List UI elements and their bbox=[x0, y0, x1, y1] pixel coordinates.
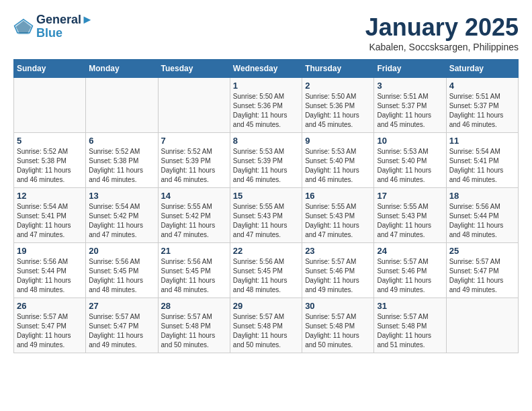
day-number: 18 bbox=[449, 191, 515, 201]
calendar-day-cell: 1Sunrise: 5:50 AM Sunset: 5:36 PM Daylig… bbox=[230, 78, 302, 133]
day-number: 24 bbox=[377, 246, 443, 256]
calendar-table: SundayMondayTuesdayWednesdayThursdayFrid… bbox=[13, 59, 519, 353]
day-of-week-header: Wednesday bbox=[230, 60, 302, 78]
day-number: 11 bbox=[449, 136, 515, 146]
day-info: Sunrise: 5:57 AM Sunset: 5:48 PM Dayligh… bbox=[161, 312, 227, 350]
day-info: Sunrise: 5:57 AM Sunset: 5:48 PM Dayligh… bbox=[377, 312, 443, 350]
day-info: Sunrise: 5:54 AM Sunset: 5:41 PM Dayligh… bbox=[449, 147, 515, 185]
day-number: 22 bbox=[233, 246, 299, 256]
day-info: Sunrise: 5:56 AM Sunset: 5:44 PM Dayligh… bbox=[449, 202, 515, 240]
calendar-day-cell: 19Sunrise: 5:56 AM Sunset: 5:44 PM Dayli… bbox=[14, 243, 86, 298]
logo-icon bbox=[13, 17, 34, 37]
day-info: Sunrise: 5:52 AM Sunset: 5:38 PM Dayligh… bbox=[89, 147, 154, 185]
day-info: Sunrise: 5:54 AM Sunset: 5:41 PM Dayligh… bbox=[17, 202, 83, 240]
calendar-day-cell: 6Sunrise: 5:52 AM Sunset: 5:38 PM Daylig… bbox=[86, 133, 158, 188]
calendar-day-cell bbox=[446, 298, 518, 353]
calendar-day-cell: 9Sunrise: 5:53 AM Sunset: 5:40 PM Daylig… bbox=[302, 133, 374, 188]
day-info: Sunrise: 5:53 AM Sunset: 5:40 PM Dayligh… bbox=[377, 147, 443, 185]
calendar-header-row: SundayMondayTuesdayWednesdayThursdayFrid… bbox=[14, 60, 519, 78]
day-of-week-header: Tuesday bbox=[158, 60, 230, 78]
day-number: 19 bbox=[17, 246, 83, 256]
logo-text: General► Blue bbox=[36, 13, 93, 40]
day-number: 20 bbox=[89, 246, 154, 256]
location-subtitle: Kabalen, Soccsksargen, Philippines bbox=[365, 42, 519, 52]
calendar-day-cell: 2Sunrise: 5:50 AM Sunset: 5:36 PM Daylig… bbox=[302, 78, 374, 133]
calendar-week-row: 26Sunrise: 5:57 AM Sunset: 5:47 PM Dayli… bbox=[14, 298, 519, 353]
day-info: Sunrise: 5:56 AM Sunset: 5:45 PM Dayligh… bbox=[233, 257, 299, 295]
day-info: Sunrise: 5:53 AM Sunset: 5:39 PM Dayligh… bbox=[233, 147, 299, 185]
day-number: 26 bbox=[17, 301, 83, 311]
day-number: 17 bbox=[377, 191, 443, 201]
day-number: 3 bbox=[377, 81, 443, 91]
calendar-day-cell bbox=[86, 78, 158, 133]
calendar-day-cell bbox=[158, 78, 230, 133]
day-number: 31 bbox=[377, 301, 443, 311]
day-info: Sunrise: 5:56 AM Sunset: 5:45 PM Dayligh… bbox=[161, 257, 227, 295]
calendar-day-cell: 30Sunrise: 5:57 AM Sunset: 5:48 PM Dayli… bbox=[302, 298, 374, 353]
day-info: Sunrise: 5:57 AM Sunset: 5:46 PM Dayligh… bbox=[377, 257, 443, 295]
calendar-day-cell: 22Sunrise: 5:56 AM Sunset: 5:45 PM Dayli… bbox=[230, 243, 302, 298]
day-number: 23 bbox=[305, 246, 371, 256]
day-number: 10 bbox=[377, 136, 443, 146]
calendar-day-cell: 10Sunrise: 5:53 AM Sunset: 5:40 PM Dayli… bbox=[374, 133, 446, 188]
day-number: 13 bbox=[89, 191, 154, 201]
day-of-week-header: Friday bbox=[374, 60, 446, 78]
day-number: 12 bbox=[17, 191, 83, 201]
day-number: 2 bbox=[305, 81, 371, 91]
day-info: Sunrise: 5:57 AM Sunset: 5:47 PM Dayligh… bbox=[89, 312, 154, 350]
calendar-week-row: 12Sunrise: 5:54 AM Sunset: 5:41 PM Dayli… bbox=[14, 188, 519, 243]
calendar-day-cell: 11Sunrise: 5:54 AM Sunset: 5:41 PM Dayli… bbox=[446, 133, 518, 188]
day-info: Sunrise: 5:50 AM Sunset: 5:36 PM Dayligh… bbox=[233, 92, 299, 130]
calendar-day-cell: 24Sunrise: 5:57 AM Sunset: 5:46 PM Dayli… bbox=[374, 243, 446, 298]
day-info: Sunrise: 5:57 AM Sunset: 5:47 PM Dayligh… bbox=[17, 312, 83, 350]
logo: General► Blue bbox=[13, 13, 93, 40]
day-of-week-header: Thursday bbox=[302, 60, 374, 78]
day-info: Sunrise: 5:56 AM Sunset: 5:44 PM Dayligh… bbox=[17, 257, 83, 295]
calendar-day-cell: 18Sunrise: 5:56 AM Sunset: 5:44 PM Dayli… bbox=[446, 188, 518, 243]
day-info: Sunrise: 5:56 AM Sunset: 5:45 PM Dayligh… bbox=[89, 257, 154, 295]
day-info: Sunrise: 5:55 AM Sunset: 5:43 PM Dayligh… bbox=[233, 202, 299, 240]
day-info: Sunrise: 5:57 AM Sunset: 5:47 PM Dayligh… bbox=[449, 257, 515, 295]
day-info: Sunrise: 5:55 AM Sunset: 5:42 PM Dayligh… bbox=[161, 202, 227, 240]
day-number: 9 bbox=[305, 136, 371, 146]
calendar-day-cell: 13Sunrise: 5:54 AM Sunset: 5:42 PM Dayli… bbox=[86, 188, 158, 243]
day-of-week-header: Saturday bbox=[446, 60, 518, 78]
day-number: 21 bbox=[161, 246, 227, 256]
day-of-week-header: Monday bbox=[86, 60, 158, 78]
calendar-day-cell bbox=[14, 78, 86, 133]
day-info: Sunrise: 5:55 AM Sunset: 5:43 PM Dayligh… bbox=[305, 202, 371, 240]
day-number: 27 bbox=[89, 301, 154, 311]
calendar-day-cell: 23Sunrise: 5:57 AM Sunset: 5:46 PM Dayli… bbox=[302, 243, 374, 298]
calendar-week-row: 19Sunrise: 5:56 AM Sunset: 5:44 PM Dayli… bbox=[14, 243, 519, 298]
day-of-week-header: Sunday bbox=[14, 60, 86, 78]
day-number: 25 bbox=[449, 246, 515, 256]
calendar-day-cell: 28Sunrise: 5:57 AM Sunset: 5:48 PM Dayli… bbox=[158, 298, 230, 353]
day-info: Sunrise: 5:51 AM Sunset: 5:37 PM Dayligh… bbox=[449, 92, 515, 130]
day-number: 1 bbox=[233, 81, 299, 91]
day-info: Sunrise: 5:52 AM Sunset: 5:39 PM Dayligh… bbox=[161, 147, 227, 185]
calendar-day-cell: 8Sunrise: 5:53 AM Sunset: 5:39 PM Daylig… bbox=[230, 133, 302, 188]
calendar-day-cell: 12Sunrise: 5:54 AM Sunset: 5:41 PM Dayli… bbox=[14, 188, 86, 243]
day-number: 30 bbox=[305, 301, 371, 311]
page-header: General► Blue January 2025 Kabalen, Socc… bbox=[13, 13, 519, 52]
title-block: January 2025 Kabalen, Soccsksargen, Phil… bbox=[365, 13, 519, 52]
day-info: Sunrise: 5:51 AM Sunset: 5:37 PM Dayligh… bbox=[377, 92, 443, 130]
calendar-day-cell: 15Sunrise: 5:55 AM Sunset: 5:43 PM Dayli… bbox=[230, 188, 302, 243]
calendar-day-cell: 17Sunrise: 5:55 AM Sunset: 5:43 PM Dayli… bbox=[374, 188, 446, 243]
day-number: 14 bbox=[161, 191, 227, 201]
calendar-day-cell: 27Sunrise: 5:57 AM Sunset: 5:47 PM Dayli… bbox=[86, 298, 158, 353]
calendar-day-cell: 31Sunrise: 5:57 AM Sunset: 5:48 PM Dayli… bbox=[374, 298, 446, 353]
calendar-day-cell: 3Sunrise: 5:51 AM Sunset: 5:37 PM Daylig… bbox=[374, 78, 446, 133]
day-info: Sunrise: 5:55 AM Sunset: 5:43 PM Dayligh… bbox=[377, 202, 443, 240]
day-info: Sunrise: 5:50 AM Sunset: 5:36 PM Dayligh… bbox=[305, 92, 371, 130]
calendar-day-cell: 29Sunrise: 5:57 AM Sunset: 5:48 PM Dayli… bbox=[230, 298, 302, 353]
calendar-day-cell: 5Sunrise: 5:52 AM Sunset: 5:38 PM Daylig… bbox=[14, 133, 86, 188]
day-info: Sunrise: 5:54 AM Sunset: 5:42 PM Dayligh… bbox=[89, 202, 154, 240]
day-number: 16 bbox=[305, 191, 371, 201]
day-number: 15 bbox=[233, 191, 299, 201]
day-info: Sunrise: 5:57 AM Sunset: 5:48 PM Dayligh… bbox=[305, 312, 371, 350]
day-info: Sunrise: 5:52 AM Sunset: 5:38 PM Dayligh… bbox=[17, 147, 83, 185]
day-number: 5 bbox=[17, 136, 83, 146]
day-info: Sunrise: 5:57 AM Sunset: 5:48 PM Dayligh… bbox=[233, 312, 299, 350]
calendar-day-cell: 7Sunrise: 5:52 AM Sunset: 5:39 PM Daylig… bbox=[158, 133, 230, 188]
